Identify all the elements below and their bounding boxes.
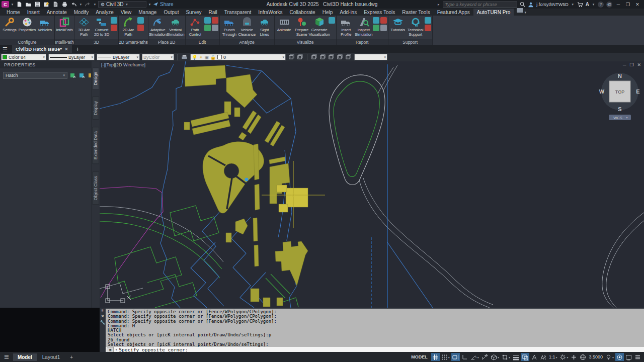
cad-entity[interactable] [277,185,287,192]
cad-entity[interactable] [275,241,308,286]
status-toggle-level-of-detail[interactable]: 3.5000 [588,353,604,361]
status-toggle-annotation-autoscale[interactable] [539,353,547,361]
cad-entity[interactable] [253,218,258,241]
button-3d-arc-path[interactable]: 3D Arc Path [75,16,93,37]
status-toggle-polar-tracking[interactable]: ▾ [469,353,480,361]
cad-entity[interactable] [288,99,296,163]
plot-button[interactable] [61,1,68,8]
status-toggle-customization-plus[interactable] [570,353,578,361]
ribbon-tab-featured-apps[interactable]: Featured Apps [434,9,473,16]
share-button[interactable]: Share [153,2,174,7]
cad-entity[interactable] [170,206,219,241]
object-type-combo[interactable]: Hatch ▾ [3,72,67,79]
wcs-caret-icon[interactable]: ▾ [626,116,627,119]
viewcube-north[interactable]: N [618,73,622,79]
cad-entity[interactable] [383,65,397,90]
model-tab[interactable]: Model [13,353,37,361]
button-2d-arc-path[interactable]: 2D Arc Path [120,16,137,37]
status-toggle-snap[interactable]: ▾ [440,353,451,361]
small-tool-icon[interactable] [111,25,117,31]
ribbon-tab-home[interactable]: Home [3,9,24,16]
viewcube-east[interactable]: E [636,88,639,95]
palette-tab-object-class[interactable]: Object Class [92,171,99,205]
cad-entity[interactable] [279,204,288,212]
ribbon-tab-survey[interactable]: Survey [182,9,205,16]
button-vertical-simulation[interactable]: Vertical Simulation [167,16,184,37]
undo-caret-icon[interactable]: ▾ [79,1,83,8]
linetype-combo[interactable]: ByLayer ▾ [97,54,140,60]
ribbon-tab-infraworks[interactable]: InfraWorks [255,9,286,16]
redo-caret-icon[interactable]: ▾ [93,1,97,8]
layout1-tab[interactable]: Layout1 [38,353,65,361]
layout-menu-icon[interactable]: ☰ [4,354,9,360]
command-close-icon[interactable]: ✕ [101,314,105,319]
drawing-tab[interactable]: Civil3D Hatch Issue* ✕ [12,45,72,53]
layer-freeze-icon[interactable] [336,53,344,61]
button-animate[interactable]: Animate [276,16,293,33]
status-toggle-lineweight[interactable] [512,353,520,361]
app-logo-icon[interactable]: C [2,1,9,8]
quick-select-icon[interactable] [78,71,86,79]
layer-off-icon[interactable] [345,53,352,61]
small-tool-icon[interactable] [425,25,431,31]
status-toggle-units-globe[interactable] [579,353,587,361]
status-toggle-isolate-objects[interactable]: ▾ [604,353,615,361]
layer-isolate-icon[interactable] [319,53,327,61]
file-tabs-menu-icon[interactable]: ☰ [3,46,8,53]
ribbon-tab-transparent[interactable]: Transparent [221,9,255,16]
button-tutorials[interactable]: Tutorials [389,16,407,33]
cad-entity[interactable] [266,278,285,298]
small-tool-icon[interactable] [425,17,431,24]
palette-tab-extended-data[interactable]: Extended Data [92,127,99,164]
cad-entity[interactable] [238,132,247,140]
palette-tab-display[interactable]: Display [92,97,99,120]
viewcube-top-label[interactable]: TOP [615,89,624,95]
small-tool-icon[interactable] [212,17,218,24]
ribbon-tab-output[interactable]: Output [160,9,182,16]
user-icon[interactable] [528,2,534,8]
layer-previous-icon[interactable] [310,53,318,61]
status-toggle-isoplane[interactable]: ▾ [490,353,500,361]
match-layer-icon[interactable] [296,53,304,61]
status-toggle-selection-cycling[interactable] [521,353,529,361]
cad-entity[interactable] [363,178,493,305]
cad-entity[interactable] [334,81,379,177]
button-vehicles[interactable]: Vehicles [36,16,53,33]
save-as-button[interactable] [43,1,50,8]
toggle-value-display-icon[interactable] [69,71,76,79]
cad-entity[interactable] [602,212,644,308]
status-toggle-customize-menu[interactable] [633,353,642,361]
cad-entity[interactable] [606,220,644,308]
layer-combo[interactable]: 💡 ☀ ▣ 🔓 0 ▾ [190,54,286,60]
cad-entity[interactable] [100,222,220,278]
small-tool-icon[interactable] [380,25,387,31]
ribbon-tab-collaborate[interactable]: Collaborate [286,9,319,16]
layer-properties-icon[interactable] [181,53,188,61]
cad-entity[interactable] [271,274,290,294]
cad-entity[interactable] [226,233,231,242]
cart-icon[interactable] [577,2,583,8]
layer-state-combo[interactable]: ▾ [354,54,387,60]
cad-entity[interactable] [254,245,259,266]
button-prepare-scene[interactable]: Prepare Scene [293,16,310,37]
small-tool-icon[interactable] [137,17,144,24]
status-toggle-workspace[interactable]: ▾ [558,353,569,361]
small-tool-icon[interactable] [329,17,335,24]
small-tool-icon[interactable] [137,25,144,31]
signed-in-user[interactable]: j.forsythNTW5D [536,2,569,7]
cad-entity[interactable] [286,188,308,207]
plot-style-combo[interactable]: ByColor ▾ [142,54,174,60]
small-tool-icon[interactable] [204,25,211,31]
cad-entity[interactable] [251,289,259,302]
command-window-grip[interactable]: ⣿ ✕ 🔧 [100,308,106,352]
button-vehicle-clearance[interactable]: Vehicle Clearance [238,16,256,37]
cad-entity[interactable] [387,242,433,308]
make-object-layer-current-icon[interactable] [288,53,295,61]
cad-entity[interactable] [254,144,259,180]
wcs-label[interactable]: WCS [613,116,622,120]
viewport-restore-icon[interactable]: ❐ [629,62,633,67]
ribbon-tab-rail[interactable]: Rail [205,9,221,16]
button-properties[interactable]: Properties [19,16,36,33]
button-insert-profile[interactable]: Insert Profile [338,16,355,37]
sheet-set-button[interactable] [52,1,59,8]
